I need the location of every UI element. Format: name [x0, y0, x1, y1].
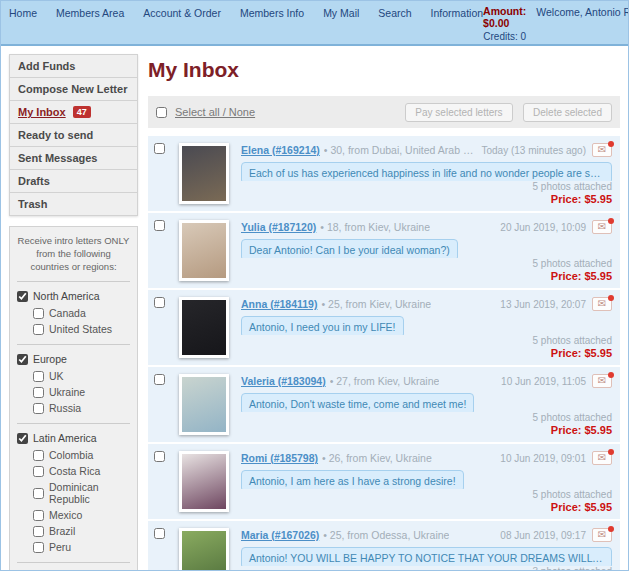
region-checkbox[interactable]	[17, 354, 28, 365]
unread-envelope-icon[interactable]: ✉	[592, 220, 612, 234]
nav-item-members-area[interactable]: Members Area	[56, 7, 124, 19]
country-checkbox[interactable]	[33, 324, 44, 335]
country-checkbox[interactable]	[33, 526, 44, 537]
country-row[interactable]: Mexico	[33, 509, 130, 521]
profile-meta: • 25, from Odessa, Ukraine	[323, 529, 449, 541]
message-checkbox[interactable]	[154, 528, 165, 539]
inbox-count-badge: 47	[73, 106, 91, 118]
price-label: Price: $5.95	[532, 424, 612, 436]
sidebar-item-trash[interactable]: Trash	[10, 193, 137, 215]
message-row: Elena (#169214) • 30, from Dubai, United…	[148, 136, 620, 211]
pay-selected-button[interactable]: Pay selected letters	[405, 103, 512, 122]
message-preview-bubble[interactable]: Antonio, I am here as I have a strong de…	[241, 470, 464, 489]
region-row[interactable]: Europe	[17, 353, 130, 365]
sidebar-item-ready-to-send[interactable]: Ready to send	[10, 124, 137, 147]
profile-link[interactable]: Maria (#167026)	[241, 529, 319, 541]
country-checkbox[interactable]	[33, 542, 44, 553]
unread-envelope-icon[interactable]: ✉	[592, 297, 612, 311]
country-row[interactable]: Costa Rica	[33, 465, 130, 477]
nav-item-account-order[interactable]: Account & Order	[143, 7, 221, 19]
nav-item-my-mail[interactable]: My Mail	[323, 7, 359, 19]
inbox-main: My Inbox Select all / None Pay selected …	[148, 54, 620, 571]
nav-item-home[interactable]: Home	[9, 7, 37, 19]
message-preview-bubble[interactable]: Antonio, Don't waste time, come and meet…	[241, 393, 474, 412]
unread-envelope-icon[interactable]: ✉	[592, 143, 612, 157]
message-preview-bubble[interactable]: Antonio! YOU WILL BE HAPPY TO NOTICE THA…	[241, 547, 612, 566]
profile-link[interactable]: Valeria (#183094)	[241, 375, 326, 387]
sidebar-item-my-inbox[interactable]: My Inbox47	[10, 101, 137, 124]
sidebar-item-sent-messages[interactable]: Sent Messages	[10, 147, 137, 170]
country-checkbox[interactable]	[33, 510, 44, 521]
country-row[interactable]: Russia	[33, 402, 130, 414]
sidebar-item-add-funds[interactable]: Add Funds	[10, 55, 137, 78]
sidebar-item-drafts[interactable]: Drafts	[10, 170, 137, 193]
country-label: Brazil	[49, 525, 75, 537]
country-row[interactable]: Dominican Republic	[33, 481, 130, 505]
profile-link[interactable]: Yulia (#187120)	[241, 221, 316, 233]
credits-label: Credits: 0	[483, 31, 526, 42]
unread-dot-icon	[608, 295, 614, 301]
profile-link[interactable]: Elena (#169214)	[241, 144, 320, 156]
country-label: Costa Rica	[49, 465, 100, 477]
nav-item-members-info[interactable]: Members Info	[240, 7, 304, 19]
country-checkbox[interactable]	[33, 371, 44, 382]
profile-link[interactable]: Anna (#184119)	[241, 298, 317, 310]
welcome-label: Welcome, Antonio Rod.!	[536, 5, 629, 18]
message-row: Maria (#167026) • 25, from Odessa, Ukrai…	[148, 521, 620, 571]
message-checkbox[interactable]	[154, 451, 165, 462]
profile-photo[interactable]	[179, 220, 229, 281]
unread-dot-icon	[608, 372, 614, 378]
profile-photo[interactable]	[179, 528, 229, 571]
region-row[interactable]: Latin America	[17, 432, 130, 444]
nav-item-search[interactable]: Search	[378, 7, 411, 19]
select-all-checkbox[interactable]	[156, 107, 167, 118]
unread-envelope-icon[interactable]: ✉	[592, 528, 612, 542]
message-checkbox[interactable]	[154, 297, 165, 308]
sidebar-item-compose-new-letter[interactable]: Compose New Letter	[10, 78, 137, 101]
profile-photo[interactable]	[179, 374, 229, 435]
profile-photo[interactable]	[179, 143, 229, 204]
profile-photo[interactable]	[179, 297, 229, 358]
region-label: Europe	[33, 353, 67, 365]
message-row: Anna (#184119) • 25, from Kiev, Ukraine …	[148, 290, 620, 365]
message-list: Elena (#169214) • 30, from Dubai, United…	[148, 136, 620, 571]
nav-item-information[interactable]: Information	[431, 7, 484, 19]
region-filter-panel: Receive intro letters ONLY from the foll…	[9, 226, 138, 571]
message-preview-bubble[interactable]: Each of us has experienced happiness in …	[241, 162, 612, 181]
country-row[interactable]: Canada	[33, 307, 130, 319]
message-preview-bubble[interactable]: Antonio, I need you in my LIFE!	[241, 316, 404, 335]
country-row[interactable]: UK	[33, 370, 130, 382]
message-checkbox[interactable]	[154, 143, 165, 154]
region-checkbox[interactable]	[17, 433, 28, 444]
profile-link[interactable]: Romi (#185798)	[241, 452, 318, 464]
unread-envelope-icon[interactable]: ✉	[592, 374, 612, 388]
country-row[interactable]: Peru	[33, 541, 130, 553]
country-checkbox[interactable]	[33, 387, 44, 398]
country-label: United States	[49, 323, 112, 335]
top-header: HomeMembers AreaAccount & OrderMembers I…	[1, 1, 628, 46]
country-row[interactable]: Ukraine	[33, 386, 130, 398]
country-row[interactable]: Brazil	[33, 525, 130, 537]
sidebar-menu-item-label: Trash	[18, 198, 47, 210]
message-checkbox[interactable]	[154, 220, 165, 231]
region-row[interactable]: North America	[17, 290, 130, 302]
country-checkbox[interactable]	[33, 466, 44, 477]
delete-selected-button[interactable]: Delete selected	[523, 103, 612, 122]
sidebar-menu-item-label: My Inbox	[18, 106, 66, 118]
sidebar-menu-item-label: Drafts	[18, 175, 50, 187]
country-checkbox[interactable]	[33, 450, 44, 461]
region-checkbox[interactable]	[17, 291, 28, 302]
unread-envelope-icon[interactable]: ✉	[592, 451, 612, 465]
country-row[interactable]: Colombia	[33, 449, 130, 461]
country-label: UK	[49, 370, 64, 382]
country-checkbox[interactable]	[33, 488, 44, 499]
profile-photo[interactable]	[179, 451, 229, 512]
message-preview-bubble[interactable]: Dear Antonio! Can I be your ideal woman?…	[241, 239, 458, 258]
envelope-glyph-icon: ✉	[598, 222, 606, 232]
message-checkbox[interactable]	[154, 374, 165, 385]
country-row[interactable]: United States	[33, 323, 130, 335]
select-all-link[interactable]: Select all / None	[175, 106, 255, 118]
country-label: Canada	[49, 307, 86, 319]
country-checkbox[interactable]	[33, 403, 44, 414]
country-checkbox[interactable]	[33, 308, 44, 319]
